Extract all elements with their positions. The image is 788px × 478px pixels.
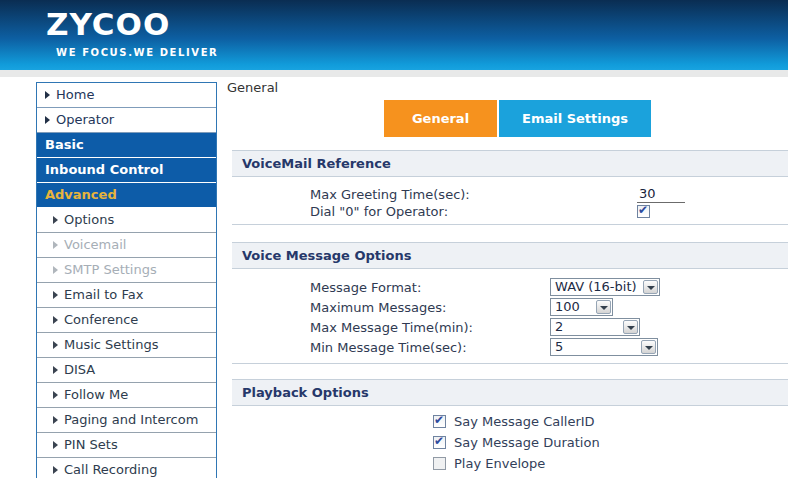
section-body: Say Message CallerID Say Message Duratio… <box>232 406 788 478</box>
checkbox-label: Play Envelope <box>454 456 545 471</box>
sidebar-item-options[interactable]: Options <box>37 208 216 233</box>
form-row-min-message-time: Min Message Time(sec): 5 <box>232 337 788 357</box>
message-format-select[interactable]: WAV (16-bit) <box>550 278 660 296</box>
sidebar-item-label: Home <box>56 83 94 107</box>
sidebar-item-label: Conference <box>64 308 138 332</box>
header-banner: ZYCOO WE FOCUS.WE DELIVER <box>0 0 788 70</box>
section-header: VoiceMail Reference <box>232 150 788 177</box>
form-row-message-format: Message Format: WAV (16-bit) <box>232 277 788 297</box>
form-row-max-greeting-time: Max Greeting Time(sec): <box>232 186 788 203</box>
form-row-dial-0-for-operator: Dial "0" for Operator: <box>232 203 788 220</box>
field-label: Maximum Messages: <box>310 300 550 315</box>
zycoo-admin-window: ZYCOO WE FOCUS.WE DELIVER Home Operator … <box>0 0 788 478</box>
checkbox-label: Say Message Duration <box>454 435 600 450</box>
sidebar-category-inbound-control[interactable]: Inbound Control <box>37 158 216 183</box>
section-body: Message Format: WAV (16-bit) Maximum Mes… <box>232 269 788 364</box>
section-header: Voice Message Options <box>232 242 788 269</box>
sidebar-menu: Home Operator Basic Inbound Control Adva… <box>36 82 217 478</box>
select-value: 100 <box>555 299 580 314</box>
select-value: 5 <box>555 339 563 354</box>
sidebar-item-conference[interactable]: Conference <box>37 308 216 333</box>
dial-0-operator-checkbox[interactable] <box>637 205 650 218</box>
say-message-duration-checkbox[interactable] <box>433 436 446 449</box>
field-label: Dial "0" for Operator: <box>310 204 637 219</box>
checkbox-row-say-message-duration: Say Message Duration <box>433 432 788 453</box>
sidebar-item-pin-sets[interactable]: PIN Sets <box>37 433 216 458</box>
play-envelope-checkbox[interactable] <box>433 457 446 470</box>
sidebar-item-label: SMTP Settings <box>64 258 157 282</box>
arrow-right-icon <box>53 316 58 324</box>
select-value: 2 <box>555 319 563 334</box>
max-message-time-select[interactable]: 2 <box>550 318 640 336</box>
sidebar-category-label: Inbound Control <box>45 158 163 182</box>
tab-general[interactable]: General <box>384 100 497 137</box>
min-message-time-select[interactable]: 5 <box>550 338 658 356</box>
sidebar-item-label: Operator <box>56 108 114 132</box>
sidebar-item-label: Follow Me <box>64 383 128 407</box>
sidebar-item-music-settings[interactable]: Music Settings <box>37 333 216 358</box>
maximum-messages-select[interactable]: 100 <box>550 298 613 316</box>
checkbox-row-say-message-callerid: Say Message CallerID <box>433 411 788 432</box>
field-label: Max Greeting Time(sec): <box>310 187 637 202</box>
tab-bar: General Email Settings <box>384 100 651 137</box>
section-playback-options: Playback Options Say Message CallerID Sa… <box>232 379 788 478</box>
sidebar-item-label: Paging and Intercom <box>64 408 198 432</box>
sidebar-item-smtp-settings[interactable]: SMTP Settings <box>37 258 216 283</box>
header-divider <box>0 70 788 77</box>
sidebar-item-label: Email to Fax <box>64 283 143 307</box>
select-value: WAV (16-bit) <box>555 279 637 294</box>
arrow-right-icon <box>45 91 50 99</box>
chevron-down-icon[interactable] <box>643 280 658 294</box>
sidebar-category-basic[interactable]: Basic <box>37 133 216 158</box>
sidebar-item-call-recording[interactable]: Call Recording <box>37 458 216 478</box>
sidebar-category-label: Basic <box>45 133 84 157</box>
zycoo-logo: ZYCOO <box>46 7 170 42</box>
sidebar-item-disa[interactable]: DISA <box>37 358 216 383</box>
brand-tagline: WE FOCUS.WE DELIVER <box>56 47 218 58</box>
sidebar-item-email-to-fax[interactable]: Email to Fax <box>37 283 216 308</box>
sidebar-item-paging-and-intercom[interactable]: Paging and Intercom <box>37 408 216 433</box>
max-greeting-time-input[interactable] <box>637 186 685 203</box>
section-header: Playback Options <box>232 379 788 406</box>
sidebar-item-home[interactable]: Home <box>37 83 216 108</box>
chevron-down-icon[interactable] <box>596 300 611 314</box>
sidebar-item-follow-me[interactable]: Follow Me <box>37 383 216 408</box>
arrow-right-icon <box>53 291 58 299</box>
sidebar-item-operator[interactable]: Operator <box>37 108 216 133</box>
form-row-maximum-messages: Maximum Messages: 100 <box>232 297 788 317</box>
sidebar-item-voicemail[interactable]: Voicemail <box>37 233 216 258</box>
chevron-down-icon[interactable] <box>623 320 638 334</box>
field-label: Message Format: <box>310 280 550 295</box>
section-voicemail-reference: VoiceMail Reference Max Greeting Time(se… <box>232 150 788 225</box>
sidebar-item-label: Options <box>64 208 114 232</box>
sidebar-item-label: PIN Sets <box>64 433 118 457</box>
sidebar-category-advanced[interactable]: Advanced <box>37 183 216 208</box>
arrow-right-icon <box>53 241 58 249</box>
arrow-right-icon <box>53 341 58 349</box>
arrow-right-icon <box>53 466 58 474</box>
arrow-right-icon <box>53 366 58 374</box>
arrow-right-icon <box>53 266 58 274</box>
sidebar-item-label: DISA <box>64 358 95 382</box>
sidebar-item-label: Call Recording <box>64 458 157 478</box>
sidebar-category-label: Advanced <box>45 183 117 207</box>
arrow-right-icon <box>45 116 50 124</box>
tab-email-settings[interactable]: Email Settings <box>499 100 651 137</box>
sidebar-item-label: Voicemail <box>64 233 126 257</box>
arrow-right-icon <box>53 216 58 224</box>
form-row-max-message-time: Max Message Time(min): 2 <box>232 317 788 337</box>
field-label: Min Message Time(sec): <box>310 340 550 355</box>
arrow-right-icon <box>53 416 58 424</box>
checkbox-row-allow-users-to-review: Allow Users to Review <box>433 474 788 478</box>
section-voice-message-options: Voice Message Options Message Format: WA… <box>232 242 788 364</box>
checkbox-row-play-envelope: Play Envelope <box>433 453 788 474</box>
checkbox-label: Say Message CallerID <box>454 414 595 429</box>
say-message-callerid-checkbox[interactable] <box>433 415 446 428</box>
arrow-right-icon <box>53 391 58 399</box>
section-body: Max Greeting Time(sec): Dial "0" for Ope… <box>232 177 788 225</box>
page-title: General <box>227 80 278 95</box>
arrow-right-icon <box>53 441 58 449</box>
sidebar-item-label: Music Settings <box>64 333 158 357</box>
chevron-down-icon[interactable] <box>641 340 656 354</box>
field-label: Max Message Time(min): <box>310 320 550 335</box>
